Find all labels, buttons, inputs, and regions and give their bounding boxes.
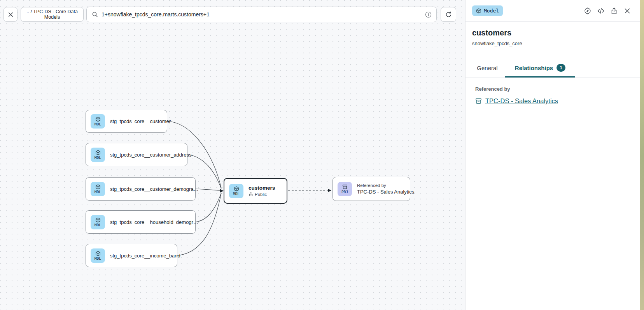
tab-relationships[interactable]: Relationships 1 — [505, 58, 575, 78]
desktop-wallpaper-strip — [640, 0, 644, 310]
close-icon — [623, 7, 631, 15]
node-label: stg_tpcds_core__household_demogr… — [110, 219, 198, 225]
refresh-lineage-button[interactable] — [441, 7, 456, 22]
model-type-badge: MDL — [229, 184, 243, 198]
info-icon[interactable] — [425, 11, 432, 18]
panel-title: customers — [472, 28, 633, 37]
lineage-edges — [0, 0, 465, 310]
node-stg-tpcds-core-customer-address[interactable]: MDL stg_tpcds_core__customer_address — [86, 143, 187, 166]
refresh-icon — [445, 11, 452, 18]
cube-icon — [95, 150, 101, 155]
model-type-badge: MDL — [91, 148, 105, 162]
close-icon — [8, 12, 14, 18]
breadcrumb-label: .. / TPC-DS - Core Data Models — [21, 9, 83, 20]
relationships-count-badge: 1 — [556, 64, 565, 72]
lineage-search[interactable] — [86, 7, 437, 22]
node-label: stg_tpcds_core__customer_demogra… — [110, 186, 199, 192]
node-stg-tpcds-core-income-band[interactable]: MDL stg_tpcds_core__income_band — [86, 244, 177, 267]
model-type-badge: MDL — [91, 248, 105, 263]
share-button[interactable] — [610, 7, 618, 15]
cube-icon — [234, 186, 239, 192]
node-stg-tpcds-core-customer-demographics[interactable]: MDL stg_tpcds_core__customer_demogra… — [86, 177, 196, 201]
lineage-canvas[interactable]: .. / TPC-DS - Core Data Models MDL stg_t… — [0, 0, 465, 310]
cube-icon — [476, 8, 481, 14]
details-panel: Model — [465, 0, 640, 310]
archive-icon — [475, 98, 482, 104]
share-icon — [610, 7, 618, 15]
model-type-badge: MDL — [91, 215, 105, 229]
view-code-button[interactable] — [597, 7, 605, 15]
close-panel-button[interactable] — [623, 7, 632, 15]
unlock-icon — [248, 192, 253, 197]
referenced-by-label: Referenced by — [475, 86, 630, 92]
node-label: stg_tpcds_core__customer_address — [110, 152, 192, 158]
cube-icon — [95, 116, 101, 122]
cube-icon — [95, 251, 101, 256]
node-label: stg_tpcds_core__customer — [110, 118, 171, 124]
node-stg-tpcds-core-customer[interactable]: MDL stg_tpcds_core__customer — [86, 110, 167, 133]
project-type-badge: PRJ — [338, 182, 352, 196]
node-label: customers — [248, 185, 275, 191]
close-lineage-button[interactable] — [4, 7, 18, 22]
explore-lineage-button[interactable] — [583, 7, 592, 15]
node-tpcds-sales-analytics-project[interactable]: PRJ Referenced by TPC-DS - Sales Analyti… — [332, 177, 410, 201]
node-customers-selected[interactable]: MDL customers Public — [224, 178, 287, 204]
referenced-by-section: Referenced by TPC-DS - Sales Analytics — [466, 78, 640, 113]
panel-tabs: General Relationships 1 — [466, 58, 640, 78]
breadcrumb[interactable]: .. / TPC-DS - Core Data Models — [21, 7, 84, 22]
panel-header: Model — [466, 0, 640, 22]
search-input[interactable] — [102, 11, 422, 18]
tab-general[interactable]: General — [469, 58, 505, 78]
node-access: Public — [248, 192, 275, 197]
code-icon — [597, 7, 605, 15]
node-kicker: Referenced by — [357, 183, 414, 188]
cube-icon — [95, 217, 101, 223]
node-label: TPC-DS - Sales Analytics — [357, 189, 414, 195]
cube-icon — [95, 184, 101, 190]
archive-icon — [342, 184, 348, 190]
referenced-by-project-link[interactable]: TPC-DS - Sales Analytics — [475, 97, 630, 105]
model-type-badge: MDL — [91, 114, 105, 129]
search-icon — [92, 11, 98, 18]
model-type-chip: Model — [472, 5, 503, 16]
panel-subtitle: snowflake_tpcds_core — [472, 41, 633, 46]
node-label: stg_tpcds_core__income_band — [110, 253, 180, 259]
model-type-badge: MDL — [91, 182, 105, 196]
compass-icon — [584, 7, 592, 15]
node-stg-tpcds-core-household-demographics[interactable]: MDL stg_tpcds_core__household_demogr… — [86, 210, 196, 234]
